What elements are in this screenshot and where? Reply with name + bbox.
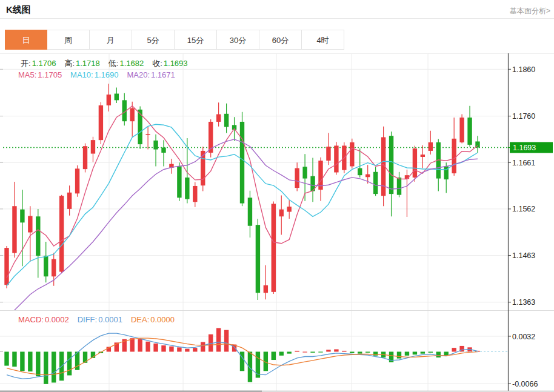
macd-bar	[256, 351, 260, 377]
candle-body	[413, 148, 417, 178]
candle-body	[365, 174, 370, 178]
tab-60分[interactable]: 60分	[259, 30, 302, 50]
macd-bar	[169, 347, 173, 352]
tab-月[interactable]: 月	[90, 30, 132, 50]
candle-body	[28, 216, 32, 232]
macd-bar	[272, 351, 276, 360]
candle-body	[193, 186, 197, 202]
price-axis-label: 1.1860	[512, 65, 535, 74]
macd-bar	[452, 348, 456, 351]
current-price-badge-label: 1.1693	[513, 144, 536, 152]
macd-bar	[405, 351, 409, 355]
candle-body	[216, 115, 221, 122]
kline-chart-area: 1.18601.17601.16611.15621.14631.13630.00…	[0, 53, 554, 392]
candle-body	[287, 207, 292, 212]
candle-body	[421, 154, 425, 157]
macd-bar	[295, 351, 299, 352]
candle-body	[389, 136, 393, 194]
macd-bar	[436, 351, 441, 357]
candle-body	[334, 145, 338, 172]
candle-body	[67, 193, 72, 209]
candle-body	[358, 168, 362, 176]
macd-bar	[350, 351, 354, 353]
macd-bar	[334, 350, 338, 352]
macd-bar	[138, 339, 142, 352]
macd-bar	[4, 351, 8, 365]
macd-bar	[279, 351, 284, 355]
chart-canvas[interactable]: 1.18601.17601.16611.15621.14631.13630.00…	[0, 53, 554, 392]
candle-body	[130, 108, 135, 122]
candle-body	[177, 166, 181, 198]
macd-bar	[248, 351, 252, 382]
candle-body	[107, 95, 111, 105]
candle-body	[161, 148, 165, 153]
fundamental-analysis-link[interactable]: 基本面分析>	[510, 6, 550, 16]
page-title: K线图	[6, 4, 31, 16]
price-axis-label: 1.1661	[512, 159, 535, 167]
candle-body	[91, 140, 95, 153]
macd-bar	[224, 330, 229, 352]
tab-日[interactable]: 日	[5, 30, 47, 50]
candle-body	[272, 204, 276, 291]
macd-bar	[44, 351, 48, 384]
candle-body	[153, 141, 158, 150]
macd-bar	[12, 351, 16, 367]
widget-header: K线图 基本面分析>	[0, 0, 554, 19]
macd-bar	[145, 342, 150, 352]
macd-bar	[20, 351, 24, 371]
candle-body	[397, 178, 401, 195]
tab-4时[interactable]: 4时	[302, 30, 344, 50]
macd-bar	[318, 351, 322, 352]
candle-body	[145, 134, 150, 135]
candle-body	[248, 198, 252, 225]
candle-body	[20, 210, 24, 223]
candle-body	[224, 114, 229, 127]
candle-body	[52, 259, 56, 277]
price-axis-label: 1.1363	[512, 298, 535, 307]
kline-widget: K线图 基本面分析> 日周月5分15分30分60分4时 1.18601.1760…	[0, 0, 554, 392]
period-tabbar: 日周月5分15分30分60分4时	[5, 30, 344, 50]
macd-bar	[240, 351, 244, 371]
candle-body	[240, 122, 244, 204]
price-axis-label: 1.1760	[512, 112, 535, 121]
candle-body	[75, 168, 79, 193]
candle-body	[36, 216, 40, 256]
macd-bar	[358, 351, 362, 353]
macd-bar	[429, 351, 433, 353]
candle-body	[115, 94, 119, 101]
candle-body	[467, 118, 472, 145]
candle-body	[295, 168, 299, 188]
tab-30分[interactable]: 30分	[217, 30, 259, 50]
candle-body	[83, 146, 87, 169]
candle-body	[350, 142, 354, 166]
macd-bar	[130, 338, 135, 351]
macd-bar	[302, 351, 307, 352]
macd-bar	[397, 351, 401, 358]
macd-bar	[421, 351, 425, 353]
candle-body	[185, 178, 189, 199]
candle-body	[264, 285, 268, 293]
macd-bar	[326, 350, 330, 351]
candle-body	[12, 206, 16, 253]
macd-bar	[185, 349, 189, 352]
candle-body	[459, 118, 464, 142]
tab-周[interactable]: 周	[47, 30, 90, 50]
macd-axis-label: 0.0032	[512, 333, 535, 341]
candle-body	[452, 139, 456, 173]
tab-15分[interactable]: 15分	[175, 30, 217, 50]
candle-body	[326, 147, 330, 161]
macd-bar	[177, 347, 181, 351]
candle-body	[59, 196, 64, 271]
macd-bar	[365, 351, 370, 353]
candle-body	[256, 225, 260, 293]
tab-5分[interactable]: 5分	[132, 30, 175, 50]
macd-bar	[413, 351, 417, 354]
macd-bar	[153, 344, 158, 352]
macd-bar	[193, 348, 197, 351]
macd-bar	[52, 351, 56, 382]
candle-body	[99, 105, 103, 140]
candle-body	[373, 172, 378, 194]
macd-bar	[287, 351, 292, 353]
price-axis-label: 1.1562	[512, 205, 535, 213]
macd-bar	[161, 345, 165, 351]
